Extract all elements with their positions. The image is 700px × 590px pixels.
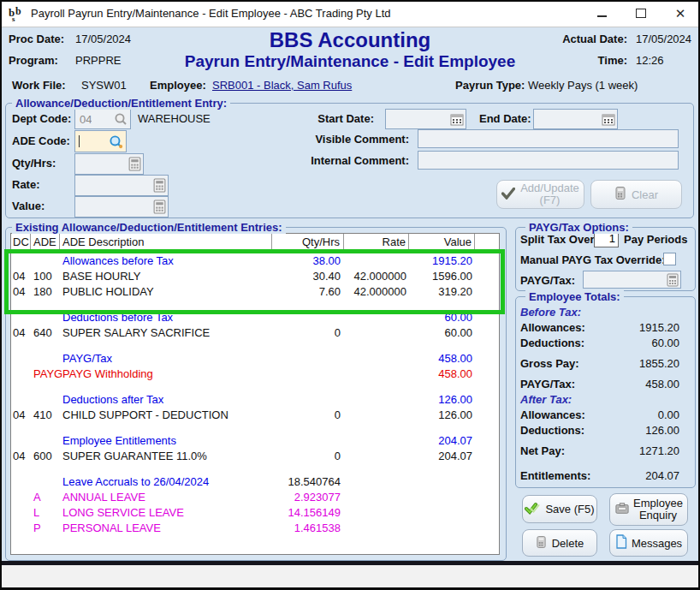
totals-row: PAYG/Tax:458.00 bbox=[520, 376, 679, 391]
cell-qty: 0 bbox=[272, 326, 344, 339]
search-icon[interactable] bbox=[113, 111, 128, 127]
totals-label: Allowances: bbox=[520, 321, 585, 334]
employee-enquiry-button[interactable]: Employee Enquiry bbox=[609, 493, 688, 526]
ade-code-field[interactable] bbox=[74, 130, 127, 152]
table-row[interactable]: Employee Entitlements204.07 bbox=[11, 432, 499, 448]
cell-desc: LONG SERVICE LEAVE bbox=[60, 506, 272, 519]
totals-row: Deductions:60.00 bbox=[520, 335, 679, 350]
payg-tax-field[interactable] bbox=[583, 271, 681, 289]
table-row[interactable]: Leave Accruals to 26/04/202418.540764 bbox=[11, 474, 499, 489]
entries-table-body: Allowances before Tax38.001915.2004100BA… bbox=[11, 251, 499, 535]
messages-button[interactable]: Messages bbox=[609, 529, 688, 557]
totals-value: 1915.20 bbox=[639, 321, 679, 334]
column-header-filler bbox=[475, 234, 499, 250]
internal-comment-label: Internal Comment: bbox=[291, 154, 409, 167]
work-file-value: SYSW01 bbox=[81, 79, 127, 92]
manual-override-label: Manual PAYG Tax Override: bbox=[520, 253, 666, 266]
column-header-description[interactable]: ADE Description bbox=[60, 234, 272, 250]
cell-ade: A bbox=[31, 491, 60, 504]
clear-label: Clear bbox=[632, 188, 658, 201]
column-header-dc[interactable]: DC bbox=[11, 234, 31, 250]
value-field[interactable] bbox=[74, 196, 169, 218]
totals-label: Net Pay: bbox=[520, 444, 565, 457]
calendar-icon[interactable] bbox=[450, 113, 464, 126]
app-icon: b b s bbox=[8, 5, 25, 22]
cell-value: 126.00 bbox=[409, 408, 475, 421]
time-value: 12:26 bbox=[636, 54, 664, 67]
cell-value: 458.00 bbox=[409, 367, 475, 380]
internal-comment-field[interactable] bbox=[418, 151, 679, 170]
cell-qty: 18.540764 bbox=[272, 475, 344, 488]
column-header-rate[interactable]: Rate bbox=[344, 234, 409, 250]
column-header-ade[interactable]: ADE bbox=[31, 234, 60, 250]
cell-value: 319.20 bbox=[409, 285, 475, 298]
table-row[interactable]: AANNUAL LEAVE2.923077 bbox=[11, 489, 499, 504]
totals-value: 1855.20 bbox=[639, 357, 679, 370]
table-gap-row bbox=[11, 381, 499, 391]
table-row[interactable]: 04410CHILD SUPPORT - DEDUCTION0126.00 bbox=[11, 407, 499, 422]
close-button[interactable]: ✕ bbox=[661, 0, 700, 27]
visible-comment-label: Visible Comment: bbox=[291, 133, 409, 146]
add-update-label: Add/Update bbox=[520, 182, 579, 194]
table-row[interactable]: 04100BASE HOURLY30.4042.0000001596.00 bbox=[11, 268, 499, 283]
add-update-button[interactable]: Add/Update(F7) bbox=[496, 180, 584, 209]
rate-field[interactable] bbox=[74, 175, 169, 196]
manual-override-checkbox[interactable] bbox=[663, 253, 676, 265]
column-header-value[interactable]: Value bbox=[409, 234, 475, 250]
cell-qty: 2.923077 bbox=[272, 491, 344, 504]
totals-value: 126.00 bbox=[645, 424, 679, 437]
eraser-icon bbox=[614, 186, 626, 203]
text-caret bbox=[79, 135, 80, 147]
cell-desc: CHILD SUPPORT - DEDUCTION bbox=[60, 408, 272, 421]
column-header-qty[interactable]: Qty/Hrs bbox=[272, 234, 344, 250]
table-row[interactable]: Deductions after Tax126.00 bbox=[11, 391, 499, 407]
cell-dc: 04 bbox=[11, 326, 31, 339]
employee-link[interactable]: SRB001 - Black, Sam Rufus bbox=[212, 79, 352, 92]
checkmark-icon bbox=[501, 188, 515, 202]
table-row[interactable]: 04600SUPER GUARANTEE 11.0%0204.07 bbox=[11, 448, 499, 463]
cell-dc: 04 bbox=[11, 270, 31, 283]
dept-code-value: 04 bbox=[75, 113, 92, 126]
delete-button[interactable]: Delete bbox=[522, 529, 597, 557]
qty-hrs-field[interactable] bbox=[74, 153, 144, 175]
maximize-icon bbox=[636, 9, 646, 18]
table-row[interactable]: Allowances before Tax38.001915.20 bbox=[11, 253, 499, 268]
title-bar: b b s Payroll Payrun Entry/Maintenance -… bbox=[0, 0, 700, 27]
save-button[interactable]: Save (F5) bbox=[522, 495, 597, 523]
table-row[interactable]: LLONG SERVICE LEAVE14.156149 bbox=[11, 504, 499, 520]
messages-label: Messages bbox=[632, 537, 682, 550]
add-update-key: (F7) bbox=[540, 194, 561, 206]
search-icon[interactable] bbox=[108, 134, 124, 150]
end-date-field[interactable] bbox=[533, 109, 618, 129]
cell-ade: 180 bbox=[31, 285, 60, 298]
cell-ade: 100 bbox=[31, 270, 60, 283]
table-row[interactable]: Deductions before Tax60.00 bbox=[11, 309, 499, 325]
dept-code-field[interactable]: 04 bbox=[74, 109, 131, 129]
table-row[interactable]: 04640SUPER SALARY SACRIFICE060.00 bbox=[11, 325, 499, 340]
clear-button[interactable]: Clear bbox=[590, 180, 682, 209]
totals-label: Gross Pay: bbox=[520, 357, 579, 370]
actual-date-label: Actual Date: bbox=[513, 33, 627, 45]
start-date-field[interactable] bbox=[385, 109, 466, 129]
table-row[interactable]: 04180PUBLIC HOLIDAY7.6042.000000319.20 bbox=[11, 283, 499, 299]
visible-comment-field[interactable] bbox=[418, 129, 679, 148]
calendar-icon[interactable] bbox=[602, 113, 615, 126]
calculator-icon[interactable] bbox=[128, 157, 141, 171]
minimize-icon bbox=[597, 15, 607, 17]
calculator-icon[interactable] bbox=[153, 200, 166, 214]
minimize-button[interactable] bbox=[582, 0, 621, 27]
table-row[interactable]: PPERSONAL LEAVE1.461538 bbox=[11, 520, 499, 535]
totals-value: 0.00 bbox=[658, 408, 679, 421]
table-row[interactable]: PAYGPAYG Withholding458.00 bbox=[11, 366, 499, 381]
calculator-icon[interactable] bbox=[667, 273, 679, 287]
totals-label: After Tax: bbox=[520, 393, 572, 406]
cell-desc: SUPER GUARANTEE 11.0% bbox=[60, 450, 272, 462]
maximize-button[interactable] bbox=[621, 0, 661, 27]
calculator-icon[interactable] bbox=[153, 178, 166, 193]
table-row[interactable]: PAYG/Tax458.00 bbox=[11, 350, 499, 366]
save-label: Save (F5) bbox=[545, 503, 594, 516]
end-date-label: End Date: bbox=[479, 112, 531, 125]
ade-code-label: ADE Code: bbox=[12, 134, 70, 147]
entry-legend: Allowance/Deduction/Entitlement Entry: bbox=[12, 97, 230, 110]
cell-desc: BASE HOURLY bbox=[60, 270, 272, 283]
